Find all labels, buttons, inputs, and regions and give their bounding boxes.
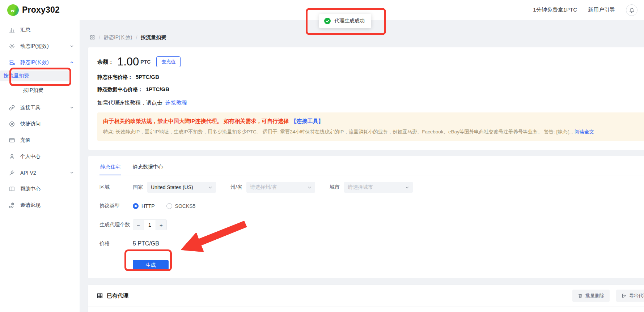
hand-money-icon xyxy=(9,202,15,209)
breadcrumb-static-ip[interactable]: 静态IP(长效) xyxy=(104,34,132,41)
policy-notice: 由于相关的政策法规，禁止中国大陆IP连接代理。 如有相关需求，可自行选择【连接工… xyxy=(97,112,644,141)
sidebar-item-recharge[interactable]: 充值 xyxy=(0,132,80,148)
gear-icon xyxy=(9,43,15,50)
notice-description: 特点: 长效静态IP，固定IP地址，生成IP不扣费，用多少流量扣多少PTC。 适… xyxy=(103,129,573,134)
success-check-icon xyxy=(324,18,331,24)
balance-value: 1.00 xyxy=(117,55,139,68)
batch-delete-button[interactable]: 批量删除 xyxy=(572,290,610,302)
residential-price-label: 静态住宅价格： xyxy=(97,74,133,80)
logo-title: Proxy302 xyxy=(22,5,60,15)
chevron-up-icon xyxy=(70,60,74,64)
sidebar-subitem-pay-by-traffic[interactable]: 按流量扣费 xyxy=(0,70,69,81)
city-select[interactable]: 请选择城市 xyxy=(344,182,413,193)
price-label: 价格 xyxy=(99,240,133,247)
stepper-minus-button[interactable]: − xyxy=(133,220,144,230)
credit-card-icon xyxy=(9,137,15,144)
chevron-down-icon xyxy=(308,185,312,189)
connect-tools-link[interactable]: 【连接工具】 xyxy=(291,118,323,124)
country-select[interactable]: United States (US) xyxy=(147,182,216,193)
datacenter-price-line: 静态数据中心价格：1PTC/GB xyxy=(97,86,644,93)
radio-http[interactable]: HTTP xyxy=(133,203,155,209)
sidebar: 汇总 动态IP(短效) 静态IP(长效) 按流量扣费 按IP扣费 连接工具 快捷… xyxy=(0,20,80,312)
breadcrumb-separator: / xyxy=(99,35,100,40)
recharge-button[interactable]: 去充值 xyxy=(156,56,181,67)
state-select[interactable]: 请选择州/省 xyxy=(246,182,315,193)
count-label: 生成代理个数 xyxy=(99,222,133,228)
proxies-list-tabs: 已购代理 已删除代理 xyxy=(88,307,644,312)
sidebar-item-personal-center[interactable]: 个人中心 xyxy=(0,148,80,164)
promo-link[interactable]: 1分钟免费拿1PTC xyxy=(533,7,577,13)
sidebar-item-help-center[interactable]: 帮助中心 xyxy=(0,181,80,197)
proxy302-logo-icon xyxy=(7,4,19,16)
radio-selected-icon xyxy=(133,203,139,209)
new-user-guide-link[interactable]: 新用户引导 xyxy=(588,7,615,13)
chevron-down-icon xyxy=(70,106,74,110)
tutorial-line: 如需代理连接教程，请点击连接教程 xyxy=(97,99,644,106)
sidebar-item-label: 连接工具 xyxy=(20,104,70,111)
datacenter-price-value: 1PTC/GB xyxy=(146,86,169,92)
chevron-down-icon xyxy=(405,185,409,189)
sidebar-item-label: 汇总 xyxy=(20,27,74,33)
tutorial-text: 如需代理连接教程，请点击 xyxy=(97,99,162,106)
residential-price-value: 5PTC/GB xyxy=(136,74,159,80)
home-grid-icon[interactable] xyxy=(90,35,95,40)
price-value: 5 PTC/GB xyxy=(133,240,159,247)
logo[interactable]: Proxy302 xyxy=(7,4,60,16)
sidebar-item-label: 帮助中心 xyxy=(20,186,74,192)
region-label: 区域 xyxy=(99,184,133,191)
radio-http-label: HTTP xyxy=(141,203,155,209)
notification-bell-button[interactable] xyxy=(626,4,637,16)
sidebar-subitem-pay-by-ip[interactable]: 按IP扣费 xyxy=(0,81,80,99)
browser-icon xyxy=(9,121,15,127)
stepper-plus-button[interactable]: + xyxy=(156,220,166,230)
sidebar-item-quick-access[interactable]: 快捷访问 xyxy=(0,116,80,132)
state-select-placeholder: 请选择州/省 xyxy=(250,184,277,191)
residential-price-line: 静态住宅价格：5PTC/GB xyxy=(97,74,644,81)
server-gear-icon xyxy=(9,59,15,66)
country-label: 国家 xyxy=(133,184,143,191)
export-icon xyxy=(622,293,627,298)
country-select-value: United States (US) xyxy=(151,184,193,190)
sidebar-item-static-ip[interactable]: 静态IP(长效) xyxy=(0,54,80,70)
sidebar-item-summary[interactable]: 汇总 xyxy=(0,22,80,38)
trash-icon xyxy=(578,293,583,298)
balance-info-card: 余额： 1.00 PTC 去充值 静态住宅价格：5PTC/GB 静态数据中心价格… xyxy=(88,47,644,150)
radio-socks5[interactable]: SOCKS5 xyxy=(166,203,196,209)
sidebar-item-label: 静态IP(长效) xyxy=(20,59,70,66)
proxy-type-tabs: 静态住宅 静态数据中心 xyxy=(97,159,644,175)
chevron-down-icon xyxy=(208,185,212,189)
read-more-link[interactable]: 阅读全文 xyxy=(575,129,594,134)
region-row: 区域 国家 United States (US) 州/省 请选择州/省 城市 请… xyxy=(97,182,644,193)
sidebar-item-api-v2[interactable]: API V2 xyxy=(0,164,80,181)
tab-static-datacenter[interactable]: 静态数据中心 xyxy=(132,159,164,175)
tab-static-residential[interactable]: 静态住宅 xyxy=(99,159,121,175)
protocol-label: 协议类型 xyxy=(99,203,133,209)
quantity-stepper: − 1 + xyxy=(133,219,167,230)
batch-delete-label: 批量删除 xyxy=(585,292,604,299)
tutorial-link[interactable]: 连接教程 xyxy=(165,99,187,106)
radio-socks5-label: SOCKS5 xyxy=(175,203,196,209)
existing-proxies-card: 已有代理 批量删除 导出代理 已购代理 已删除代理 xyxy=(88,285,644,312)
balance-currency: PTC xyxy=(140,59,151,65)
protocol-row: 协议类型 HTTP SOCKS5 xyxy=(97,203,644,209)
book-icon xyxy=(9,186,15,192)
count-row: 生成代理个数 − 1 + xyxy=(97,219,644,230)
export-proxies-button[interactable]: 导出代理 xyxy=(616,290,644,302)
chevron-down-icon xyxy=(70,171,74,175)
bell-icon xyxy=(629,7,635,13)
person-icon xyxy=(9,153,15,160)
sidebar-item-label: 动态IP(短效) xyxy=(20,43,70,50)
toast-message: 代理生成成功 xyxy=(334,18,365,24)
stepper-value[interactable]: 1 xyxy=(144,220,156,230)
sidebar-item-connect-tools[interactable]: 连接工具 xyxy=(0,99,80,116)
sidebar-item-label: 邀请返现 xyxy=(20,202,74,209)
generate-button[interactable]: 生成 xyxy=(133,260,169,271)
bar-chart-icon xyxy=(9,27,15,33)
table-icon xyxy=(97,292,103,299)
sidebar-item-label: 按IP扣费 xyxy=(23,87,43,94)
sidebar-item-label: 个人中心 xyxy=(20,153,74,160)
radio-unselected-icon xyxy=(166,203,172,209)
sidebar-item-label: 按流量扣费 xyxy=(4,73,29,79)
sidebar-item-invite-cashback[interactable]: 邀请返现 xyxy=(0,197,80,213)
sidebar-item-dynamic-ip[interactable]: 动态IP(短效) xyxy=(0,38,80,54)
